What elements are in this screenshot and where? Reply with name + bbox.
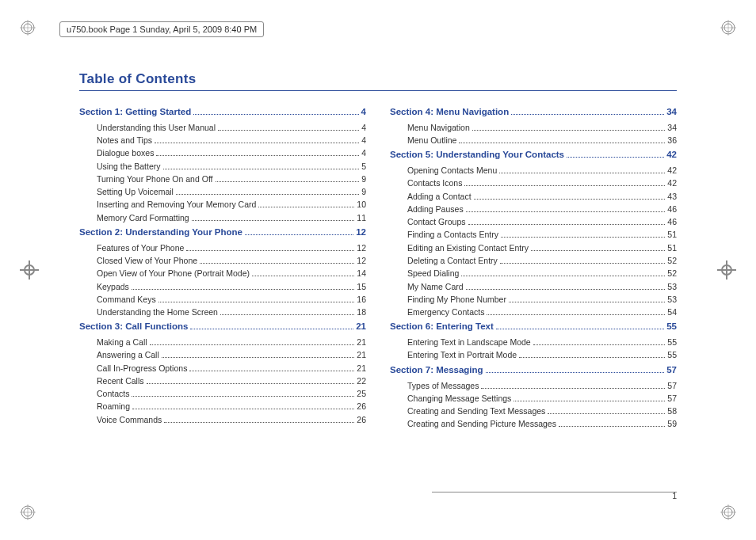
toc-section-label: Section 5: Understanding Your Contacts bbox=[390, 148, 564, 162]
toc-page-number: 16 bbox=[357, 293, 366, 306]
dot-leader bbox=[466, 289, 666, 290]
toc-entry-row: Menu Outline36 bbox=[390, 134, 677, 146]
dot-leader bbox=[567, 157, 664, 158]
toc-page-number: 46 bbox=[667, 215, 677, 228]
dot-leader bbox=[158, 302, 355, 302]
toc-entry-label: Adding a Contact bbox=[407, 190, 472, 203]
toc-page-number: 10 bbox=[357, 198, 366, 211]
toc-entry-label: Roaming bbox=[97, 400, 130, 413]
toc-entry-label: Creating and Sending Text Messages bbox=[407, 405, 545, 417]
dot-leader bbox=[548, 413, 665, 414]
toc-entry-label: Adding Pauses bbox=[407, 203, 464, 215]
toc-section-row: Section 2: Understanding Your Phone12 bbox=[79, 226, 366, 240]
registration-mark-icon bbox=[20, 20, 36, 36]
toc-entry-label: My Name Card bbox=[407, 280, 464, 293]
toc-entry-label: Command Keys bbox=[97, 293, 156, 306]
toc-entry-label: Features of Your Phone bbox=[97, 241, 184, 254]
book-page-header: u750.book Page 1 Sunday, April 5, 2009 8… bbox=[59, 21, 264, 37]
toc-page-number: 4 bbox=[361, 134, 366, 146]
toc-entry-label: Changing Message Settings bbox=[407, 392, 511, 405]
dot-leader bbox=[468, 224, 666, 225]
toc-section-row: Section 3: Call Functions21 bbox=[79, 320, 366, 334]
dot-leader bbox=[132, 289, 354, 290]
toc-entry-row: Notes and Tips4 bbox=[79, 134, 366, 146]
dot-leader bbox=[559, 426, 665, 427]
dot-leader bbox=[163, 169, 360, 169]
dot-leader bbox=[193, 114, 358, 115]
toc-section-row: Section 4: Menu Navigation34 bbox=[390, 105, 677, 120]
toc-page-number: 46 bbox=[667, 203, 677, 215]
dot-leader bbox=[533, 344, 666, 345]
registration-mark-icon bbox=[720, 20, 736, 36]
toc-entry-label: Turning Your Phone On and Off bbox=[97, 173, 213, 185]
toc-page-number: 9 bbox=[361, 185, 366, 198]
dot-leader bbox=[216, 181, 360, 182]
toc-page-number: 52 bbox=[667, 267, 677, 280]
toc-page-number: 26 bbox=[357, 413, 366, 426]
toc-entry-label: Understanding the Home Screen bbox=[97, 306, 218, 318]
toc-entry-label: Inserting and Removing Your Memory Card bbox=[97, 198, 256, 211]
toc-entry-label: Deleting a Contact Entry bbox=[407, 254, 498, 267]
toc-page-number: 26 bbox=[357, 400, 366, 413]
title-divider bbox=[79, 90, 677, 91]
toc-entry-label: Contact Groups bbox=[407, 215, 466, 228]
toc-page-number: 22 bbox=[357, 375, 366, 387]
toc-entry-row: Editing an Existing Contact Entry51 bbox=[390, 241, 677, 254]
toc-entry-label: Entering Text in Portrait Mode bbox=[407, 348, 517, 361]
toc-entry-row: Contacts Icons42 bbox=[390, 177, 677, 189]
toc-entry-row: Opening Contacts Menu42 bbox=[390, 164, 677, 177]
toc-entry-row: Roaming26 bbox=[79, 400, 366, 413]
toc-page-number: 55 bbox=[667, 348, 677, 361]
toc-entry-row: Entering Text in Landscape Mode55 bbox=[390, 336, 677, 348]
toc-section-row: Section 1: Getting Started4 bbox=[79, 105, 366, 120]
dot-leader bbox=[487, 314, 665, 315]
toc-entry-label: Menu Navigation bbox=[407, 121, 470, 134]
toc-entry-label: Types of Messages bbox=[407, 379, 479, 392]
toc-entry-row: Finding a Contacts Entry51 bbox=[390, 228, 677, 241]
toc-columns: Section 1: Getting Started4Understanding… bbox=[79, 104, 677, 431]
toc-entry-row: Using the Battery5 bbox=[79, 160, 366, 173]
toc-entry-row: Memory Card Formatting11 bbox=[79, 211, 366, 224]
toc-entry-row: Speed Dialing52 bbox=[390, 267, 677, 280]
toc-entry-row: Call In-Progress Options21 bbox=[79, 362, 366, 375]
toc-entry-row: Creating and Sending Picture Messages59 bbox=[390, 417, 677, 430]
toc-page-number: 4 bbox=[361, 105, 366, 120]
toc-page-number: 54 bbox=[667, 306, 677, 318]
toc-entry-row: Contacts25 bbox=[79, 387, 366, 400]
registration-mark-icon bbox=[20, 504, 36, 520]
toc-section-label: Section 2: Understanding Your Phone bbox=[79, 226, 242, 240]
dot-leader bbox=[189, 371, 354, 371]
toc-entry-row: Contact Groups46 bbox=[390, 215, 677, 228]
toc-page-number: 57 bbox=[666, 363, 677, 378]
toc-page-number: 21 bbox=[357, 348, 366, 361]
toc-entry-row: Changing Message Settings57 bbox=[390, 392, 677, 405]
toc-entry-row: Closed View of Your Phone12 bbox=[79, 254, 366, 267]
toc-page-number: 9 bbox=[361, 173, 366, 185]
toc-entry-row: Types of Messages57 bbox=[390, 379, 677, 392]
toc-page-number: 42 bbox=[666, 148, 677, 162]
toc-page-number: 57 bbox=[667, 379, 677, 392]
dot-leader bbox=[155, 143, 359, 143]
toc-entry-label: Finding My Phone Number bbox=[407, 293, 506, 306]
dot-leader bbox=[190, 329, 353, 329]
dot-leader bbox=[132, 409, 354, 409]
toc-entry-label: Making a Call bbox=[97, 336, 147, 348]
dot-leader bbox=[531, 250, 665, 251]
dot-leader bbox=[147, 383, 355, 384]
toc-page-number: 51 bbox=[667, 241, 677, 254]
toc-entry-row: Adding Pauses46 bbox=[390, 203, 677, 215]
toc-entry-label: Emergency Contacts bbox=[407, 306, 484, 318]
dot-leader bbox=[496, 329, 664, 329]
crop-mark-icon bbox=[20, 260, 39, 280]
toc-section-label: Section 3: Call Functions bbox=[79, 320, 188, 334]
crop-mark-icon bbox=[717, 260, 736, 280]
toc-page-number: 5 bbox=[361, 160, 366, 173]
dot-leader bbox=[500, 263, 666, 264]
toc-column-left: Section 1: Getting Started4Understanding… bbox=[79, 104, 366, 431]
dot-leader bbox=[156, 155, 359, 156]
toc-page-number: 53 bbox=[667, 280, 677, 293]
toc-page-number: 34 bbox=[666, 105, 677, 120]
dot-leader bbox=[150, 344, 355, 345]
toc-entry-row: Turning Your Phone On and Off9 bbox=[79, 173, 366, 185]
toc-section-label: Section 7: Messaging bbox=[390, 363, 483, 378]
